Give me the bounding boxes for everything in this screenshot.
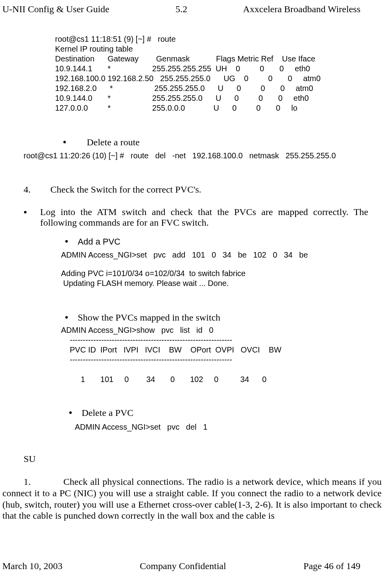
delete-route-heading: • Delete a route [63, 137, 384, 148]
add-pvc-cmd: ADMIN Access_NGI>set pvc add 101 0 34 be… [61, 250, 384, 260]
delete-route-label: Delete a route [87, 137, 140, 147]
add-pvc-output: Adding PVC i=101/0/34 o=102/0/34 to swit… [61, 269, 384, 288]
show-pvc-label: Show the PVCs mapped in the switch [78, 312, 220, 323]
bullet-icon: • [24, 207, 40, 228]
delete-pvc-label: Delete a PVC [81, 408, 133, 418]
su-step-text: Check all physical connections. The radi… [2, 477, 382, 521]
footer-page: Page 46 of 149 [303, 561, 360, 571]
log-into-atm-text: Log into the ATM switch and check that t… [40, 207, 368, 228]
su-label: SU [24, 454, 384, 464]
delete-route-cmd: root@cs1 11:20:26 (10) [~] # route del -… [24, 151, 384, 161]
step-4: 4. Check the Switch for the correct PVC'… [24, 184, 384, 195]
header-left: U-NII Config & User Guide [2, 4, 122, 15]
bullet-icon: • [63, 137, 66, 147]
page-footer: March 10, 2003 Company Confidential Page… [0, 561, 384, 571]
step-4-num: 4. [24, 184, 31, 195]
add-pvc-heading: • Add a PVC [65, 236, 384, 247]
route-output: root@cs1 11:18:51 (9) [~] # route Kernel… [55, 34, 384, 113]
delete-pvc-cmd: ADMIN Access_NGI>set pvc del 1 [75, 422, 384, 432]
show-pvc-heading: • Show the PVCs mapped in the switch [65, 312, 384, 323]
header-version: 5.2 [122, 4, 241, 15]
header-right: Axxcelera Broadband Wireless [241, 4, 360, 15]
log-into-atm: • Log into the ATM switch and check that… [24, 207, 368, 228]
delete-pvc-heading: • Delete a PVC [69, 407, 384, 418]
bullet-icon: • [65, 236, 68, 247]
footer-date: March 10, 2003 [2, 561, 63, 571]
su-step-num: 1. [24, 476, 45, 488]
bullet-icon: • [69, 407, 72, 418]
footer-center: Company Confidential [140, 561, 226, 571]
add-pvc-label: Add a PVC [78, 237, 120, 247]
su-step-1: 1. Check all physical connections. The r… [2, 476, 382, 521]
step-4-text: Check the Switch for the correct PVC's. [50, 184, 201, 195]
show-pvc-output: ADMIN Access_NGI>show pvc list id 0 ----… [61, 325, 384, 384]
page-header: U-NII Config & User Guide 5.2 Axxcelera … [0, 4, 384, 15]
bullet-icon: • [65, 312, 68, 323]
